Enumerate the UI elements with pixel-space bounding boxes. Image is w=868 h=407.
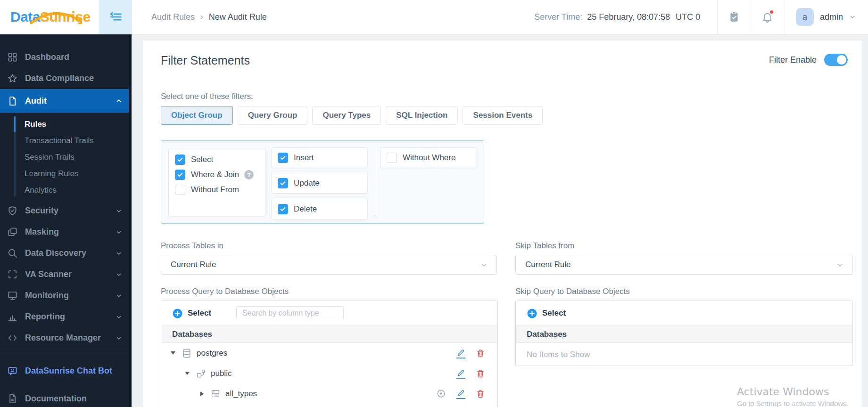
sidebar-item-label: Resource Manager — [25, 333, 101, 343]
delete-icon[interactable] — [476, 389, 485, 399]
row-actions — [436, 389, 485, 399]
sidebar-item-masking[interactable]: Masking — [0, 221, 132, 243]
toggle-knob — [837, 55, 846, 65]
chevron-down-icon — [116, 250, 122, 257]
sidebar-divider — [0, 354, 132, 354]
tab-query-types[interactable]: Query Types — [312, 106, 381, 125]
checkbox-label: Without From — [191, 185, 239, 195]
databases-column-header: Databases — [161, 326, 497, 343]
skip-query-objects-box: Select Databases No Items to Show — [515, 301, 853, 366]
chevron-down-icon — [116, 229, 122, 236]
empty-list-message: No Items to Show — [516, 343, 852, 366]
sidebar-item-va-scanner[interactable]: VA Scanner — [0, 264, 132, 285]
monitor-icon — [6, 289, 19, 302]
without-where-box: Without Where — [380, 147, 477, 168]
object-select-toolbar: Select — [161, 301, 497, 326]
select-checkbox[interactable] — [175, 155, 185, 165]
breadcrumb-parent-link[interactable]: Audit Rules — [151, 12, 195, 22]
plus-circle-icon — [527, 308, 537, 319]
edit-icon[interactable] — [456, 389, 465, 399]
sidebar-item-label: DataSunrise Chat Bot — [25, 366, 112, 376]
sidebar-item-reporting[interactable]: Reporting — [0, 306, 132, 327]
sidebar-subitem-session-trails[interactable]: Session Trails — [0, 149, 132, 165]
edit-icon[interactable] — [456, 348, 465, 358]
sidebar-item-label: Masking — [25, 227, 59, 237]
datasunrise-logo[interactable]: DataSunrise — [0, 9, 99, 25]
breadcrumb-separator: › — [200, 12, 203, 22]
caret-down-icon[interactable] — [170, 351, 176, 355]
tab-object-group[interactable]: Object Group — [161, 106, 233, 125]
select-objects-button[interactable]: Select — [542, 309, 566, 318]
edit-icon[interactable] — [456, 368, 465, 379]
sidebar-item-dashboard[interactable]: Dashboard — [0, 47, 132, 68]
tree-row-schema[interactable]: public — [161, 363, 497, 383]
caret-right-icon[interactable] — [199, 391, 205, 396]
tree-node-name: postgres — [197, 349, 227, 358]
tab-query-group[interactable]: Query Group — [238, 106, 308, 125]
sidebar-subitem-learning-rules[interactable]: Learning Rules — [0, 165, 132, 182]
chevron-down-icon — [116, 208, 122, 214]
caret-down-icon[interactable] — [184, 372, 190, 375]
search-input[interactable] — [236, 306, 344, 320]
sidebar-subitem-rules[interactable]: Rules — [0, 116, 132, 132]
notification-dot — [769, 10, 774, 14]
skip-query-label: Skip Query to Database Objects — [515, 287, 630, 296]
process-query-objects-box: Select Databases postgres public — [161, 301, 498, 407]
selected-value: Current Rule — [171, 260, 216, 269]
filter-enable-toggle[interactable] — [824, 54, 848, 66]
skip-tables-select[interactable]: Current Rule — [515, 255, 853, 275]
tab-session-events[interactable]: Session Events — [463, 106, 543, 125]
checkbox-label: Where & Join — [191, 170, 239, 179]
update-checkbox[interactable] — [278, 178, 288, 188]
sidebar-item-documentation[interactable]: Documentation — [0, 388, 132, 407]
without-where-checkbox[interactable] — [387, 153, 397, 163]
process-tables-select[interactable]: Current Rule — [161, 255, 497, 275]
sidebar-subitem-transactional-trails[interactable]: Transactional Trails — [0, 132, 132, 149]
masking-copy-icon — [6, 226, 19, 238]
sidebar-item-chat-bot[interactable]: DataSunrise Chat Bot — [0, 359, 132, 383]
shield-check-icon — [6, 204, 19, 217]
insert-checkbox[interactable] — [278, 153, 288, 163]
select-objects-button[interactable]: Select — [188, 309, 211, 318]
sidebar-collapse-button[interactable] — [99, 0, 132, 34]
sidebar-subitem-analytics[interactable]: Analytics — [0, 182, 132, 198]
sidebar-item-monitoring[interactable]: Monitoring — [0, 285, 132, 306]
sidebar-item-data-discovery[interactable]: Data Discovery — [0, 243, 132, 264]
sidebar-item-label: Security — [25, 206, 58, 216]
delete-icon[interactable] — [476, 349, 485, 358]
help-icon[interactable]: ? — [244, 170, 254, 179]
breadcrumb: Audit Rules › New Audit Rule — [151, 12, 267, 22]
sidebar-item-data-compliance[interactable]: Data Compliance — [0, 68, 132, 89]
notifications-button[interactable] — [751, 0, 784, 34]
checkbox-label: Select — [191, 155, 213, 164]
without-from-checkbox[interactable] — [175, 185, 185, 195]
chevron-up-icon — [116, 98, 122, 104]
view-icon[interactable] — [436, 389, 446, 399]
sidebar-item-audit[interactable]: Audit — [0, 89, 132, 113]
sidebar-item-resource-manager[interactable]: Resource Manager — [0, 327, 132, 349]
document-icon — [6, 95, 19, 107]
delete-checkbox[interactable] — [278, 204, 288, 214]
avatar: a — [796, 8, 814, 26]
sidebar-item-label: Reporting — [25, 312, 65, 322]
where-join-checkbox[interactable] — [175, 170, 185, 180]
page-title: Filter Statements — [161, 54, 250, 67]
logo-word-data: Data — [10, 9, 40, 25]
checkbox-label: Delete — [294, 204, 317, 214]
server-time-value: 25 February, 08:07:58 — [587, 12, 670, 22]
chevron-down-icon — [836, 261, 844, 269]
sidebar-item-label: Data Discovery — [25, 248, 86, 258]
sidebar-item-security[interactable]: Security — [0, 200, 132, 221]
schema-icon — [195, 368, 207, 379]
tab-sql-injection[interactable]: SQL Injection — [386, 106, 458, 125]
process-tables-label: Process Tables in — [161, 241, 223, 251]
row-actions — [456, 348, 485, 358]
tree-row-table[interactable]: all_types — [161, 383, 497, 404]
delete-icon[interactable] — [476, 369, 485, 378]
tasks-button[interactable] — [718, 0, 751, 34]
tree-row-database[interactable]: postgres — [161, 343, 497, 363]
sidebar-item-label: Dashboard — [25, 52, 69, 62]
bar-chart-icon — [6, 310, 19, 323]
user-menu[interactable]: a admin — [785, 8, 868, 26]
tree-node-name: all_types — [225, 389, 257, 399]
